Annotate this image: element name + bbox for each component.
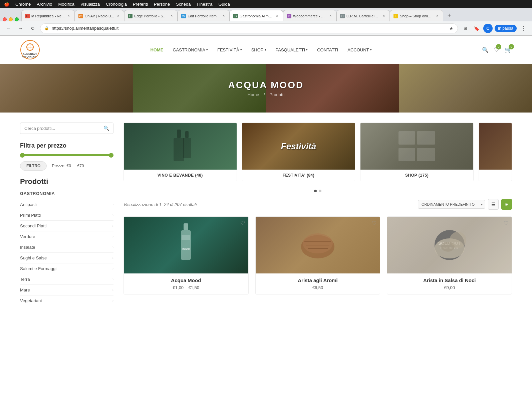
breadcrumb-home[interactable]: Home xyxy=(248,92,259,97)
browser-tab-6[interactable]: G Woocommerce - Ce... × xyxy=(283,10,336,21)
wishlist-icon-acqua-mood[interactable]: ♡ xyxy=(240,220,245,226)
sidebar: 🔍 Filtra per prezzo FILTRO Prezzo: €0 — … xyxy=(20,123,113,306)
nav-festivita[interactable]: FESTIVITÀ ▾ xyxy=(217,47,242,52)
carousel-dot-1[interactable] xyxy=(314,190,317,192)
browser-tab-5[interactable]: G Gastronomia Alime... × xyxy=(230,10,283,21)
menu-finestra[interactable]: Finestra xyxy=(197,2,212,7)
svg-text:ALIMENTARI: ALIMENTARI xyxy=(23,53,37,55)
menu-preferiti[interactable]: Preferiti xyxy=(133,2,148,7)
tab-close-3[interactable]: × xyxy=(169,14,174,18)
tab-close-5[interactable]: × xyxy=(275,14,279,18)
sidebar-item-insalate[interactable]: Insalate › xyxy=(20,242,113,253)
browser-tab-7[interactable]: C C.R.M. Carrelli elev... × xyxy=(336,10,390,21)
back-button[interactable]: ← xyxy=(4,24,13,33)
svg-text:MOOD: MOOD xyxy=(182,248,190,251)
wishlist-icon-arista-salsa[interactable]: ♡ xyxy=(504,220,508,226)
product-name-arista-salsa: Arista in Salsa di Noci xyxy=(391,277,508,283)
product-card-arista-aromi[interactable]: ♡ Arista agli Aromi €6,50 xyxy=(255,216,380,294)
nav-home[interactable]: HOME xyxy=(150,47,163,52)
search-input[interactable] xyxy=(24,126,101,131)
tab-close-4[interactable]: × xyxy=(221,14,226,18)
menu-modifica[interactable]: Modifica xyxy=(58,2,74,7)
tab-label-6: Woocommerce - Ce... xyxy=(293,14,326,18)
category-card-extra[interactable] xyxy=(479,123,512,181)
browser-tab-3[interactable]: E Edge Portfolio • SG... × xyxy=(124,10,178,21)
tab-close-1[interactable]: × xyxy=(66,14,71,18)
filter-row: FILTRO Prezzo: €0 — €70 xyxy=(20,161,113,171)
search-submit-icon[interactable]: 🔍 xyxy=(103,126,109,131)
tab-close-6[interactable]: × xyxy=(328,14,333,18)
category-card-vino[interactable]: VINO E BEVANDE (48) xyxy=(123,123,237,181)
price-slider[interactable] xyxy=(20,154,113,156)
price-handle-left[interactable] xyxy=(20,153,25,158)
browser-tab-1[interactable]: R la Repubblica - Ne... × xyxy=(21,10,75,21)
category-card-festivita[interactable]: Festività FESTIVITA' (84) xyxy=(242,123,355,181)
site-logo[interactable]: ALIMENTARI PASQUALETTI xyxy=(20,40,40,60)
menu-visualizza[interactable]: Visualizza xyxy=(80,2,100,7)
grid-view-button[interactable]: ⊞ xyxy=(501,199,512,210)
minimize-window-button[interactable] xyxy=(9,17,13,21)
profile-button[interactable]: C xyxy=(483,24,493,33)
forward-button[interactable]: → xyxy=(16,24,25,33)
sidebar-item-secondi[interactable]: Secondi Piatti › xyxy=(20,221,113,231)
browser-tab-8[interactable]: i Shop – Shop online... × xyxy=(390,10,443,21)
category-card-shop[interactable]: SHOP (175) xyxy=(360,123,474,181)
nav-contatti[interactable]: CONTATTI xyxy=(317,47,338,52)
search-icon[interactable]: 🔍 xyxy=(482,47,489,53)
menu-guida[interactable]: Guida xyxy=(218,2,230,7)
sidebar-item-vegetariani[interactable]: Vegetariani › xyxy=(20,295,113,306)
carousel-dot-2[interactable] xyxy=(319,190,321,192)
ssl-lock-icon: 🔒 xyxy=(44,26,49,30)
sidebar-item-arrow-salumi: › xyxy=(112,267,113,270)
category-label-shop: SHOP (175) xyxy=(360,170,473,181)
reload-button[interactable]: ↻ xyxy=(28,24,37,33)
sidebar-item-verdure[interactable]: Verdure › xyxy=(20,231,113,242)
sidebar-item-primi[interactable]: Primi Piatti › xyxy=(20,210,113,221)
tab-close-2[interactable]: × xyxy=(116,14,120,18)
sort-select[interactable]: ORDINAMENTO PREDEFINITO Prezzo: dal più … xyxy=(418,200,485,209)
sidebar-item-arrow-vegetariani: › xyxy=(112,299,113,302)
sidebar-item-terra[interactable]: Terra › xyxy=(20,274,113,285)
close-window-button[interactable] xyxy=(3,17,7,21)
menu-scheda[interactable]: Scheda xyxy=(176,2,191,7)
sidebar-item-sughi[interactable]: Sughi e Salse › xyxy=(20,253,113,263)
search-box[interactable]: 🔍 xyxy=(20,123,113,134)
tab-close-7[interactable]: × xyxy=(381,14,386,18)
svg-rect-11 xyxy=(417,131,435,145)
browser-tab-2[interactable]: ON On Air | Radio D... × xyxy=(75,10,124,21)
sidebar-item-mare[interactable]: Mare › xyxy=(20,285,113,295)
nav-shop[interactable]: SHOP ▾ xyxy=(251,47,266,52)
pause-button[interactable]: In pausa xyxy=(495,25,517,32)
vino-illustration xyxy=(167,126,194,166)
menu-chrome[interactable]: Chrome xyxy=(15,2,31,7)
menu-cronologia[interactable]: Cronologia xyxy=(106,2,127,7)
tab-close-8[interactable]: × xyxy=(435,14,440,18)
bookmark-button[interactable]: 🔖 xyxy=(472,24,481,33)
star-icon[interactable]: ★ xyxy=(449,26,454,31)
tab-label-2: On Air | Radio D... xyxy=(85,14,114,18)
apple-menu[interactable]: 🍎 xyxy=(4,2,9,7)
sidebar-item-label-antipasti: Antipasti xyxy=(20,202,37,207)
product-card-acqua-mood[interactable]: ♡ MOOD Acqua Mood €1,00 – €1,50 xyxy=(123,216,249,294)
nav-gastronomia[interactable]: GASTRONOMIA ▾ xyxy=(173,47,208,52)
nav-pasqualetti[interactable]: PASQUALETTI ▾ xyxy=(276,47,308,52)
browser-tab-4[interactable]: W Edit Portfolio Item... × xyxy=(178,10,230,21)
menu-archivio[interactable]: Archivio xyxy=(37,2,52,7)
product-card-arista-salsa[interactable]: ♡ SOLD OUT ESAURITO xyxy=(387,216,512,294)
extensions-button[interactable]: ⊞ xyxy=(461,24,470,33)
address-bar[interactable]: 🔒 https://shop.alimentaripasqualetti.it … xyxy=(40,23,458,33)
wishlist-icon-arista-aromi[interactable]: ♡ xyxy=(372,220,376,226)
svg-rect-15 xyxy=(181,230,191,260)
menu-button[interactable]: ⋮ xyxy=(519,24,528,33)
new-tab-button[interactable]: + xyxy=(445,11,454,20)
price-handle-right[interactable] xyxy=(109,153,113,158)
nav-account[interactable]: ACCOUNT ▾ xyxy=(347,47,371,52)
menu-persone[interactable]: Persone xyxy=(154,2,170,7)
sidebar-item-label-mare: Mare xyxy=(20,287,30,292)
fullscreen-window-button[interactable] xyxy=(15,17,19,21)
browser-actions: ⊞ 🔖 C In pausa ⋮ xyxy=(461,24,528,33)
sidebar-item-salumi[interactable]: Salumi e Formaggi › xyxy=(20,263,113,274)
list-view-button[interactable]: ☰ xyxy=(488,199,499,210)
sidebar-item-antipasti[interactable]: Antipasti › xyxy=(20,199,113,210)
filter-button[interactable]: FILTRO xyxy=(20,161,47,171)
